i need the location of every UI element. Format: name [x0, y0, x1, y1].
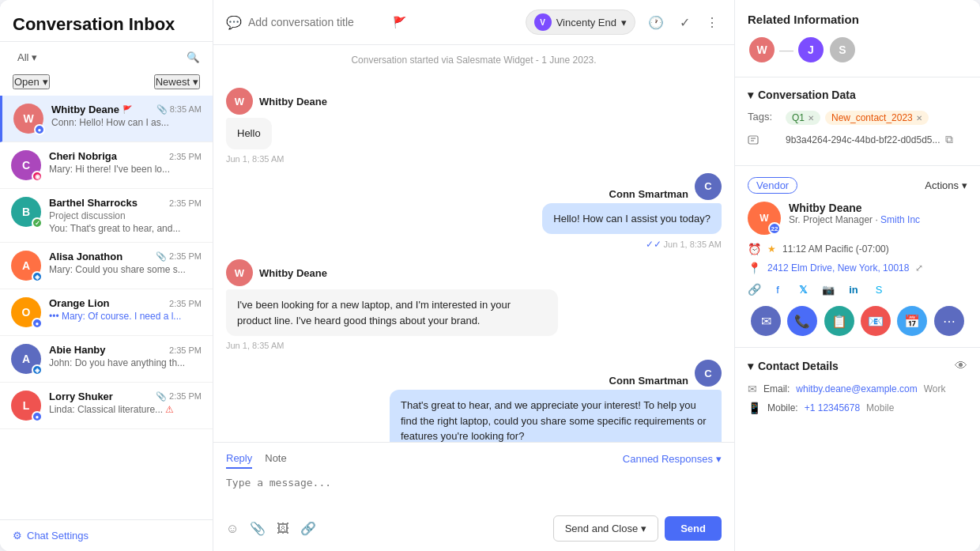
- msg-right-content: Conn Smartman: [609, 188, 688, 200]
- conversation-item-cheri[interactable]: C ◉ Cheri Nobriga 2:35 PM Mary: Hi there…: [0, 142, 213, 189]
- channel-badge: ✓: [32, 217, 43, 228]
- app-container: Conversation Inbox All ▾ 🔍 Open ▾ Newest…: [0, 0, 980, 551]
- email-action-button[interactable]: ✉: [751, 306, 781, 336]
- tag-remove-button[interactable]: ✕: [916, 114, 922, 123]
- msg-sender-name: Conn Smartman: [609, 188, 688, 200]
- clock-icon: ⏰: [748, 243, 761, 255]
- copy-id-button[interactable]: ⧉: [945, 133, 953, 146]
- conversation-item-lorry[interactable]: L ● Lorry Shuker 📎 2:35 PM Linda: Classi…: [0, 383, 213, 429]
- send-close-button[interactable]: Send and Close ▾: [553, 515, 659, 542]
- link-button[interactable]: 🔗: [300, 521, 316, 536]
- chat-header: 💬 🚩 V Vincenty End ▾ 🕐 ✓ ⋮: [213, 0, 734, 45]
- conv-time: 2:35 PM: [169, 152, 202, 161]
- conversation-data-header[interactable]: ▾ Conversation Data: [748, 89, 967, 101]
- msg-time: Jun 1, 8:35 AM: [226, 154, 284, 164]
- conv-name: Cheri Nobriga: [49, 150, 117, 162]
- chat-settings-button[interactable]: ⚙ Chat Settings: [13, 530, 89, 542]
- twitter-icon[interactable]: 𝕏: [794, 281, 812, 298]
- chat-title-input[interactable]: [248, 16, 386, 28]
- mail-action-button[interactable]: 📧: [861, 306, 891, 336]
- reply-tab[interactable]: Reply: [226, 449, 252, 469]
- avatar-chain: W—JS: [748, 36, 967, 64]
- all-filter-button[interactable]: All ▾: [13, 50, 42, 65]
- channel-badge: ◈: [32, 271, 43, 282]
- conversation-item-orange[interactable]: O ● Orange Lion 2:35 PM ••• Mary: Of cou…: [0, 289, 213, 336]
- tag-remove-button[interactable]: ✕: [808, 114, 814, 123]
- sidebar: Conversation Inbox All ▾ 🔍 Open ▾ Newest…: [0, 0, 213, 551]
- message-group: W Whitby Deane Hello Jun 1, 8:35 AM: [226, 88, 722, 164]
- message-input[interactable]: [226, 477, 722, 500]
- system-message: Conversation started via Salesmate Widge…: [213, 45, 734, 75]
- conv-avatar: A ◈: [11, 251, 41, 281]
- chat-icon: 💬: [226, 15, 242, 30]
- phone-action-button[interactable]: 📞: [787, 306, 817, 336]
- conv-time: 📎 2:35 PM: [156, 251, 202, 262]
- newest-sort-button[interactable]: Newest ▾: [154, 74, 200, 89]
- linkedin-icon[interactable]: in: [845, 281, 862, 298]
- conv-avatar: A ◈: [11, 344, 41, 374]
- channel-badge: ●: [32, 318, 43, 329]
- message-group: Conn Smartman C That's great to hear, an…: [226, 360, 722, 442]
- more-options-button[interactable]: ⋮: [703, 12, 722, 33]
- conv-time: 2:35 PM: [169, 299, 202, 308]
- conv-content: Alisa Jonathon 📎 2:35 PM Mary: Could you…: [49, 251, 202, 275]
- instagram-icon[interactable]: 📷: [820, 281, 837, 298]
- email-type: Work: [924, 383, 946, 394]
- conv-time: 2:35 PM: [169, 198, 202, 208]
- tag-label: Q1: [792, 112, 805, 123]
- contact-email[interactable]: whitby.deane@example.com: [796, 383, 917, 394]
- conv-top: Barthel Sharrocks 2:35 PM: [49, 197, 202, 209]
- facebook-icon[interactable]: f: [769, 281, 786, 298]
- conv-content: Whitby Deane 🚩 📎 8:35 AM Conn: Hello! Ho…: [51, 104, 202, 128]
- assignee-button[interactable]: V Vincenty End ▾: [526, 9, 635, 35]
- mobile-type: Mobile: [866, 402, 894, 413]
- contact-title[interactable]: ▾ Contact Details: [748, 360, 839, 372]
- id-label: [748, 133, 779, 145]
- conversation-item-whitby[interactable]: W ● Whitby Deane 🚩 📎 8:35 AM Conn: Hello…: [0, 96, 213, 142]
- conversation-item-abie[interactable]: A ◈ Abie Hanby 2:35 PM John: Do you have…: [0, 336, 213, 383]
- conv-content: Abie Hanby 2:35 PM John: Do you have any…: [49, 344, 202, 368]
- vendor-address[interactable]: 2412 Elm Drive, New York, 10018: [767, 262, 909, 274]
- msg-right-content: Conn Smartman: [609, 375, 688, 387]
- tags-container: Q1 ✕New_contact_2023 ✕: [786, 111, 929, 125]
- conv-time: 2:35 PM: [169, 345, 202, 355]
- clock-button[interactable]: 🕐: [645, 12, 667, 33]
- contact-details-section: ▾ Contact Details 👁 ✉ Email: whitby.dean…: [735, 348, 980, 432]
- message-bubble: Hello! How can I assist you today?: [542, 203, 722, 235]
- link-icon: 🔗: [748, 283, 761, 296]
- contact-visibility-button[interactable]: 👁: [955, 359, 967, 373]
- message-bubble: Hello: [226, 118, 272, 149]
- skype-icon[interactable]: S: [870, 281, 888, 298]
- mobile-icon: 📱: [748, 402, 761, 414]
- task-action-button[interactable]: 📋: [824, 306, 854, 336]
- search-button[interactable]: 🔍: [187, 51, 200, 63]
- sidebar-header: Conversation Inbox: [0, 0, 213, 42]
- send-button[interactable]: Send: [665, 516, 722, 541]
- attachment-button[interactable]: 📎: [250, 521, 266, 536]
- conversation-item-alisa[interactable]: A ◈ Alisa Jonathon 📎 2:35 PM Mary: Could…: [0, 243, 213, 289]
- email-icon: ✉: [748, 383, 757, 395]
- tag-label: New_contact_2023: [831, 112, 913, 123]
- contact-mobile[interactable]: +1 12345678: [805, 402, 860, 413]
- conv-preview: John: Do you have anything th...: [49, 357, 202, 368]
- note-tab[interactable]: Note: [265, 449, 286, 469]
- conversation-list: W ● Whitby Deane 🚩 📎 8:35 AM Conn: Hello…: [0, 96, 213, 519]
- flag-icon: 🚩: [122, 105, 132, 114]
- emoji-button[interactable]: ☺: [226, 522, 239, 536]
- vendor-company[interactable]: Smith Inc: [880, 214, 920, 225]
- more-action-button[interactable]: ⋯: [934, 306, 964, 336]
- flag-icon: 🚩: [393, 16, 406, 28]
- chat-footer: Reply Note Canned Responses ▾ ☺ 📎 🖼 🔗: [213, 442, 734, 551]
- sidebar-filters: All ▾ 🔍: [0, 42, 213, 71]
- channel-badge: ◈: [32, 364, 43, 376]
- calendar-action-button[interactable]: 📅: [897, 306, 927, 336]
- image-button[interactable]: 🖼: [277, 522, 289, 536]
- conversation-item-barthel[interactable]: B ✓ Barthel Sharrocks 2:35 PM Project di…: [0, 189, 213, 243]
- actions-button[interactable]: Actions ▾: [925, 179, 967, 191]
- expand-address-button[interactable]: ⤢: [915, 262, 923, 274]
- footer-tabs: Reply Note Canned Responses ▾: [213, 443, 734, 469]
- channel-badge: ●: [34, 124, 45, 135]
- checkmark-button[interactable]: ✓: [677, 12, 693, 33]
- canned-responses-button[interactable]: Canned Responses ▾: [623, 453, 722, 465]
- open-filter-button[interactable]: Open ▾: [13, 74, 50, 89]
